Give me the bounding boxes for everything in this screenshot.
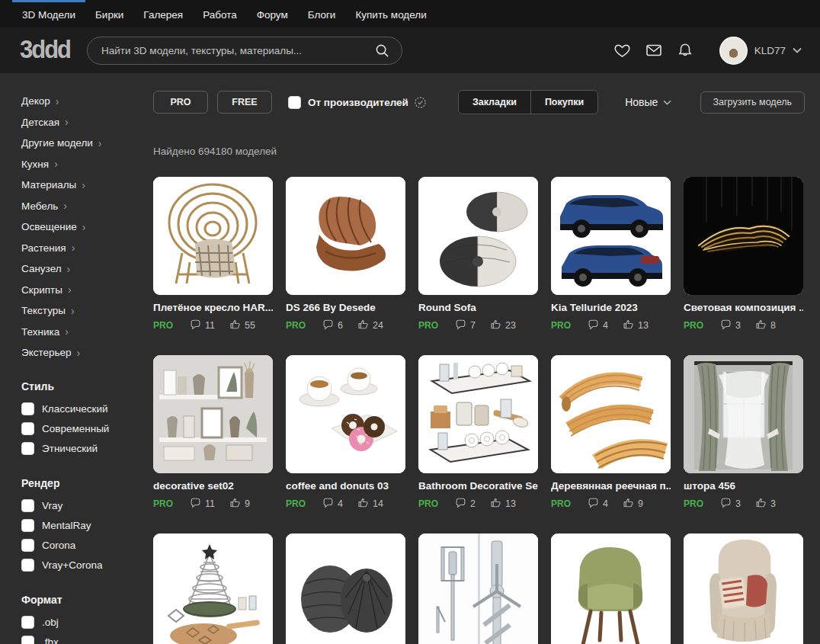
pro-filter-button[interactable]: PRO <box>153 91 208 114</box>
comments-stat[interactable]: 6 <box>322 319 343 332</box>
checkbox[interactable] <box>21 442 34 455</box>
filter-option-2-0[interactable]: .obj <box>21 616 149 629</box>
comments-stat[interactable]: 11 <box>190 319 215 332</box>
sidebar-category-8[interactable]: Санузел› <box>21 263 149 274</box>
decorative-shelf-thumbnail[interactable] <box>153 355 273 473</box>
sidebar-category-3[interactable]: Кухня› <box>21 159 149 170</box>
sidebar-category-12[interactable]: Экстерьер› <box>21 347 149 358</box>
checkbox[interactable] <box>21 519 34 532</box>
comments-stat[interactable]: 4 <box>322 498 343 511</box>
filter-option-1-2[interactable]: Corona <box>21 539 149 552</box>
site-logo[interactable]: 3ddd <box>20 36 70 65</box>
model-title[interactable]: Деревянная реечная п... <box>551 480 671 492</box>
sidebar-category-7[interactable]: Растения› <box>21 242 149 254</box>
user-menu[interactable]: KLD77 <box>719 37 802 65</box>
comments-stat[interactable]: 3 <box>720 498 741 511</box>
model-title[interactable]: Kia Telluride 2023 <box>551 302 671 313</box>
bookmarks-button[interactable]: Закладки <box>459 91 530 114</box>
likes-stat[interactable]: 8 <box>755 319 776 332</box>
model-title[interactable]: Плетёное кресло HAR... <box>153 302 273 313</box>
model-title[interactable]: штора 456 <box>684 480 803 492</box>
search-bar[interactable] <box>87 37 402 65</box>
search-input[interactable] <box>101 45 373 56</box>
likes-stat[interactable]: 14 <box>357 497 383 511</box>
leather-chaise-thumbnail[interactable] <box>286 177 405 295</box>
sort-dropdown[interactable]: Новые <box>625 96 671 108</box>
comments-stat[interactable]: 7 <box>455 319 476 332</box>
comments-stat[interactable]: 4 <box>588 319 608 332</box>
nav-item-2[interactable]: Галерея <box>133 0 193 27</box>
filter-option-1-0[interactable]: Vray <box>21 499 149 512</box>
sidebar-category-2[interactable]: Другие модели› <box>21 137 149 149</box>
checkbox[interactable] <box>21 402 34 415</box>
nav-item-0[interactable]: 3D Модели <box>12 0 85 27</box>
avatar[interactable] <box>719 37 748 65</box>
likes-stat[interactable]: 23 <box>490 319 516 332</box>
sidebar-category-1[interactable]: Детская› <box>21 117 149 128</box>
likes-stat[interactable]: 9 <box>229 497 250 511</box>
dark-pillows-thumbnail[interactable] <box>286 533 405 644</box>
beige-armchair-thumbnail[interactable] <box>684 533 803 644</box>
kia-suv-thumbnail[interactable] <box>551 177 671 295</box>
comments-stat[interactable]: 2 <box>455 498 476 511</box>
search-icon[interactable] <box>373 41 391 59</box>
free-filter-button[interactable]: FREE <box>217 91 272 114</box>
green-armchair-thumbnail[interactable] <box>551 533 671 644</box>
comments-stat[interactable]: 11 <box>190 498 215 511</box>
light-composition-thumbnail[interactable] <box>684 177 803 295</box>
filter-option-1-3[interactable]: Vray+Corona <box>21 559 149 572</box>
sidebar-category-10[interactable]: Текстуры› <box>21 305 149 316</box>
likes-stat[interactable]: 24 <box>357 319 383 332</box>
round-sofa-thumbnail[interactable] <box>418 177 538 295</box>
from-manufacturers-checkbox[interactable] <box>288 96 301 109</box>
likes-stat[interactable]: 55 <box>229 319 255 332</box>
curtains-thumbnail[interactable] <box>684 355 803 473</box>
sidebar-category-5[interactable]: Мебель› <box>21 200 149 212</box>
filter-option-1-1[interactable]: MentalRay <box>21 519 149 532</box>
comments-stat[interactable]: 4 <box>588 498 608 511</box>
nav-item-5[interactable]: Блоги <box>298 0 346 27</box>
purchases-button[interactable]: Покупки <box>530 91 597 114</box>
nav-item-6[interactable]: Купить модели <box>345 0 436 27</box>
messages-envelope-icon[interactable] <box>645 41 663 59</box>
model-title[interactable]: Round Sofa <box>418 302 538 313</box>
upload-model-button[interactable]: Загрузить модель <box>700 91 805 114</box>
checkbox[interactable] <box>21 499 34 512</box>
checkbox[interactable] <box>21 422 34 435</box>
filter-option-2-1[interactable]: .fbx <box>21 636 149 644</box>
filter-option-0-2[interactable]: Этнический <box>21 442 149 455</box>
nav-item-3[interactable]: Работа <box>193 0 247 27</box>
likes-stat[interactable]: 3 <box>755 497 776 511</box>
from-manufacturers-filter[interactable]: От производителей <box>288 96 427 109</box>
filter-option-0-0[interactable]: Классический <box>21 402 149 415</box>
favorites-heart-icon[interactable] <box>613 41 632 59</box>
sidebar-category-11[interactable]: Техника› <box>21 326 149 338</box>
likes-stat[interactable]: 13 <box>490 497 516 511</box>
sidebar-category-4[interactable]: Материалы› <box>21 179 149 191</box>
filter-option-0-1[interactable]: Современный <box>21 422 149 435</box>
model-title[interactable]: Bathroom Decorative Set <box>418 480 538 492</box>
coffee-donuts-thumbnail[interactable] <box>286 355 405 473</box>
checkbox[interactable] <box>21 559 34 572</box>
sidebar-category-9[interactable]: Скрипты› <box>21 284 149 296</box>
bathroom-set-thumbnail[interactable] <box>418 355 538 473</box>
nav-item-4[interactable]: Форум <box>247 0 298 27</box>
sidebar-category-6[interactable]: Освещение› <box>21 221 149 232</box>
rattan-chair-thumbnail[interactable] <box>153 177 273 295</box>
checkbox[interactable] <box>21 539 34 552</box>
nav-item-1[interactable]: Бирки <box>85 0 133 27</box>
model-title[interactable]: DS 266 By Desede <box>286 302 405 313</box>
wind-turbines-thumbnail[interactable] <box>418 533 538 644</box>
wood-slats-thumbnail[interactable] <box>551 355 671 473</box>
likes-stat[interactable]: 9 <box>623 497 643 511</box>
checkbox[interactable] <box>21 616 34 629</box>
sidebar-category-0[interactable]: Декор› <box>21 95 149 107</box>
model-title[interactable]: Световая композиция ... <box>684 302 803 313</box>
comments-stat[interactable]: 3 <box>720 319 741 332</box>
likes-stat[interactable]: 13 <box>623 319 649 332</box>
model-title[interactable]: coffee and donuts 03 <box>286 480 405 492</box>
model-title[interactable]: decorative set02 <box>153 480 273 492</box>
checkbox[interactable] <box>21 636 34 644</box>
notifications-bell-icon[interactable] <box>676 41 694 59</box>
christmas-set-thumbnail[interactable] <box>153 533 273 644</box>
